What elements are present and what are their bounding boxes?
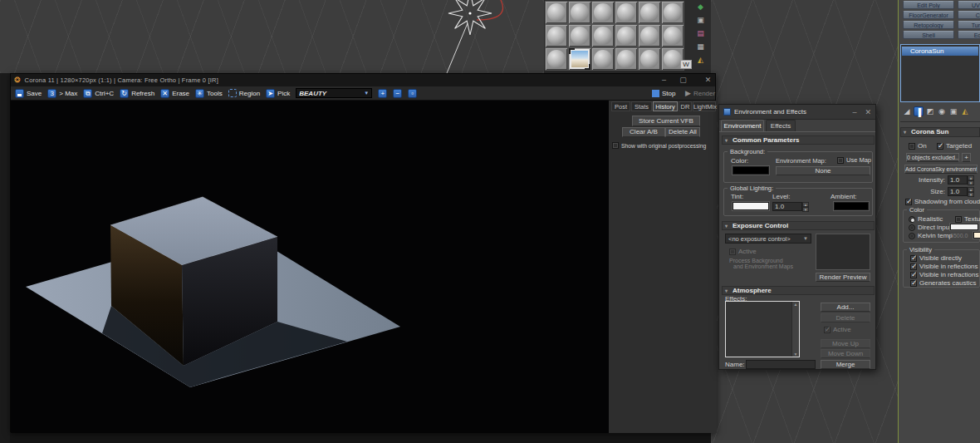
modifier-button-turbosmooth[interactable]: TurboSm xyxy=(958,21,980,29)
material-slot-sky[interactable] xyxy=(568,47,591,71)
render-button[interactable]: ▶Render xyxy=(685,89,715,97)
texture-checkbox[interactable]: Texture xyxy=(955,215,980,223)
material-slot[interactable] xyxy=(638,47,661,71)
generates-caustics-checkbox[interactable]: Generates caustics xyxy=(910,279,976,287)
scroll-up-icon[interactable]: ▲ xyxy=(792,302,799,307)
kelvin-radio[interactable]: Kelvin temp xyxy=(909,232,953,239)
move-down-button[interactable]: Move Down xyxy=(821,349,870,358)
exposure-active-checkbox[interactable]: Active xyxy=(729,248,757,255)
effect-active-checkbox[interactable]: Active xyxy=(824,326,851,333)
vfb-titlebar[interactable]: ❂ Corona 11 | 1280×720px (1:1) | Camera:… xyxy=(11,74,715,86)
effect-name-field[interactable] xyxy=(746,360,816,369)
copy-button[interactable]: ⧉Ctrl+C xyxy=(83,89,114,98)
material-slot[interactable] xyxy=(591,1,615,24)
material-slot[interactable] xyxy=(615,47,638,71)
material-slot[interactable] xyxy=(638,1,661,24)
add-effect-button[interactable]: Add... xyxy=(821,303,870,312)
render-view[interactable] xyxy=(11,101,609,433)
visible-directly-checkbox[interactable]: Visible directly xyxy=(910,254,962,262)
material-slot[interactable] xyxy=(568,24,591,47)
corona-sun-rollout-header[interactable]: Corona Sun xyxy=(900,127,980,137)
modifier-stack[interactable]: CoronaSun xyxy=(900,44,980,102)
backlight-icon[interactable]: ▣ xyxy=(695,15,706,26)
effects-listbox[interactable]: ▲▼ xyxy=(725,301,800,357)
corona-sun-gizmo[interactable] xyxy=(390,0,556,73)
background-icon[interactable]: ▤ xyxy=(695,28,706,39)
ambient-swatch[interactable] xyxy=(834,202,869,210)
maximize-icon[interactable]: ▢ xyxy=(678,75,688,86)
tools-button[interactable]: ✳Tools xyxy=(195,89,223,98)
tab-dr[interactable]: DR xyxy=(679,101,692,111)
kelvin-color-swatch[interactable] xyxy=(973,232,980,239)
scroll-down-icon[interactable]: ▼ xyxy=(792,352,799,357)
pick-button[interactable]: ➤Pick xyxy=(266,89,290,98)
modifier-button-edit-spline[interactable]: Edit Sp xyxy=(958,31,980,39)
clear-ab-button[interactable]: Clear A/B xyxy=(622,127,665,137)
environment-map-button[interactable]: None xyxy=(776,166,870,175)
material-slot[interactable] xyxy=(615,24,638,47)
show-original-postprocessing-checkbox[interactable]: Show with original postprocessing xyxy=(612,142,706,149)
dialog-titlebar[interactable]: Environment and Effects – ✕ xyxy=(719,105,875,120)
tab-stats[interactable]: Stats xyxy=(631,101,652,111)
level-spinner[interactable]: 1.0▴▾ xyxy=(772,202,809,211)
material-slot[interactable] xyxy=(615,1,638,24)
direct-color-swatch[interactable] xyxy=(950,224,978,230)
modifier-button-floorgenerator[interactable]: FloorGenerator xyxy=(903,11,954,19)
motion-tab-icon[interactable]: ◉ xyxy=(937,106,947,116)
visible-refractions-checkbox[interactable]: Visible in refractions xyxy=(910,271,978,278)
stack-item-coronasun[interactable]: CoronaSun xyxy=(902,47,978,56)
zoom-out-icon[interactable]: − xyxy=(393,89,402,98)
modifier-button-uvw-map[interactable]: UVW Ma xyxy=(958,1,980,9)
realistic-radio[interactable]: Realistic xyxy=(909,215,943,223)
stop-button[interactable]: Stop xyxy=(652,90,675,97)
material-slot[interactable] xyxy=(661,1,684,24)
minimize-icon[interactable]: – xyxy=(847,108,861,116)
render-preview-button[interactable]: Render Preview xyxy=(816,273,870,282)
intensity-spinner[interactable]: 1.0▴▾ xyxy=(948,175,974,185)
exposure-control-header[interactable]: Exposure Control xyxy=(722,221,875,230)
add-coronasky-button[interactable]: Add CoronaSky environment xyxy=(904,165,978,174)
tab-lightmix[interactable]: LightMix xyxy=(693,101,716,111)
sample-tiling-icon[interactable]: ▦ xyxy=(695,42,706,52)
material-slot[interactable] xyxy=(545,1,568,24)
options-icon[interactable]: ◭ xyxy=(695,55,706,66)
sun-targeted-checkbox[interactable]: Targeted xyxy=(937,142,972,150)
material-slot[interactable] xyxy=(545,47,568,71)
sample-type-icon[interactable]: ◆ xyxy=(695,2,706,12)
exclude-plus-button[interactable]: + xyxy=(962,153,971,162)
pin-stack-icon[interactable]: ◢ xyxy=(902,106,912,116)
atmosphere-header[interactable]: Atmosphere xyxy=(722,286,875,295)
modifier-button-edit-poly[interactable]: Edit Poly xyxy=(903,1,954,9)
material-slot[interactable] xyxy=(545,24,568,47)
common-parameters-header[interactable]: Common Parameters xyxy=(722,135,875,145)
close-icon[interactable]: ✕ xyxy=(703,75,713,86)
merge-button[interactable]: Merge xyxy=(821,360,870,369)
material-slot[interactable] xyxy=(591,24,615,47)
sun-on-checkbox[interactable]: On xyxy=(909,142,927,150)
region-button[interactable]: Region xyxy=(228,89,260,97)
modifier-button-chamfer[interactable]: Cham xyxy=(958,11,980,19)
render-element-dropdown[interactable]: BEAUTY▼ xyxy=(296,88,372,98)
modifier-button-retopology[interactable]: Retopology xyxy=(903,21,954,29)
spinner-arrows-icon[interactable]: ▴▾ xyxy=(968,175,974,185)
modify-tab-icon[interactable]: ▐ xyxy=(914,106,924,116)
shadowing-clouds-checkbox[interactable]: Shadowing from clouds xyxy=(905,198,980,205)
tint-swatch[interactable] xyxy=(733,202,769,210)
store-current-vfb-button[interactable]: Store Current VFB xyxy=(632,116,700,126)
send-to-max-button[interactable]: 3> Max xyxy=(47,89,77,98)
tab-post[interactable]: Post xyxy=(611,101,630,111)
spinner-arrows-icon[interactable]: ▴▾ xyxy=(802,202,809,211)
material-slot[interactable] xyxy=(661,24,684,47)
material-slot[interactable] xyxy=(568,1,591,24)
close-icon[interactable]: ✕ xyxy=(865,108,871,116)
move-up-button[interactable]: Move Up xyxy=(821,339,870,348)
hierarchy-tab-icon[interactable]: ◩ xyxy=(925,106,935,116)
material-slot[interactable] xyxy=(638,24,661,47)
visible-reflections-checkbox[interactable]: Visible in reflections xyxy=(910,263,978,270)
tab-history[interactable]: History xyxy=(653,101,678,111)
utilities-tab-icon[interactable]: ◭ xyxy=(960,106,970,116)
material-slot[interactable] xyxy=(591,47,615,71)
w-button[interactable]: W xyxy=(680,60,692,69)
zoom-reset-icon[interactable]: ▫ xyxy=(408,89,417,98)
spinner-arrows-icon[interactable]: ▴▾ xyxy=(968,187,974,196)
